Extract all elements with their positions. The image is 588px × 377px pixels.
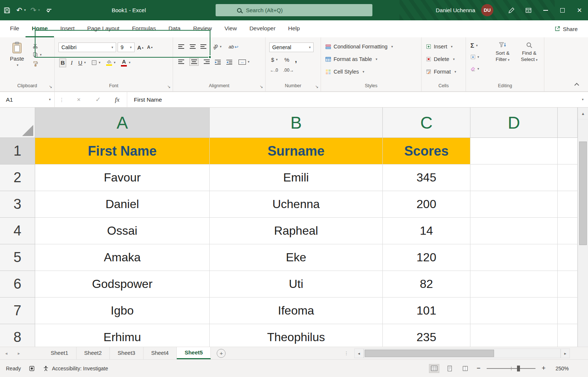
cell-D1[interactable]: [470, 138, 558, 164]
new-sheet-button[interactable]: +: [217, 349, 226, 358]
cell-B4[interactable]: Rapheal: [210, 218, 383, 244]
cell-B1[interactable]: Surname: [210, 138, 383, 164]
copy-button[interactable]: ▾: [33, 52, 42, 58]
cell-D6[interactable]: [470, 271, 558, 298]
vertical-scrollbar-thumb[interactable]: [579, 142, 587, 245]
customize-quick-access-toolbar-button[interactable]: [42, 3, 56, 17]
vertical-scrollbar[interactable]: ▴: [578, 108, 588, 347]
orientation-button[interactable]: ab▾: [212, 43, 223, 50]
insert-cells-button[interactable]: Insert▾: [426, 42, 453, 51]
font-name-select[interactable]: Calibri▾: [58, 43, 116, 52]
ribbon-display-options-button[interactable]: [520, 0, 537, 20]
paste-button[interactable]: Paste ▾: [6, 42, 28, 67]
cell-B8[interactable]: Theophilus: [210, 324, 383, 347]
hscroll-left-button[interactable]: ◂: [354, 349, 364, 358]
cell-A2[interactable]: Favour: [35, 164, 210, 191]
cell-D8[interactable]: [470, 324, 558, 347]
page-break-preview-button[interactable]: [460, 364, 470, 373]
horizontal-scrollbar[interactable]: [364, 349, 561, 358]
cell-A1[interactable]: First Name: [35, 138, 210, 164]
undo-button[interactable]: ↶▾: [14, 3, 28, 17]
format-cells-button[interactable]: Format▾: [426, 67, 456, 77]
bold-button[interactable]: B: [59, 58, 66, 67]
cell-A8[interactable]: Erhimu: [35, 324, 210, 347]
cell[interactable]: [558, 218, 578, 244]
inking-button[interactable]: [503, 0, 520, 20]
cell[interactable]: [558, 244, 578, 271]
cell-A4[interactable]: Ossai: [35, 218, 210, 244]
tab-file[interactable]: File: [4, 20, 26, 37]
sheet-tab-sheet3[interactable]: Sheet3: [110, 347, 143, 359]
align-top-icon[interactable]: [178, 44, 185, 49]
clear-button[interactable]: ▾: [470, 66, 479, 71]
font-dialog-launcher[interactable]: ↘: [167, 85, 170, 89]
borders-button[interactable]: ▾: [90, 59, 102, 66]
cell-styles-button[interactable]: Cell Styles▾: [325, 67, 364, 77]
cell[interactable]: [558, 324, 578, 347]
cell-D7[interactable]: [470, 298, 558, 324]
row-header-2[interactable]: 2: [0, 164, 35, 191]
cell-B7[interactable]: Ifeoma: [210, 298, 383, 324]
merge-center-button[interactable]: ↔▾: [237, 59, 251, 65]
search-box[interactable]: Search (Alt+Q): [216, 4, 372, 16]
sheet-nav-right-button[interactable]: ▸: [13, 347, 25, 359]
cell-C7[interactable]: 101: [383, 298, 470, 324]
sort-filter-button[interactable]: Sort & Filter▾: [490, 42, 515, 63]
tab-review[interactable]: Review: [187, 20, 218, 37]
zoom-level[interactable]: 250%: [552, 366, 569, 371]
save-button[interactable]: [0, 3, 14, 17]
avatar[interactable]: DU: [481, 4, 493, 16]
cell[interactable]: [558, 271, 578, 298]
zoom-slider[interactable]: [487, 368, 535, 369]
cell-C8[interactable]: 235: [383, 324, 470, 347]
underline-button[interactable]: U▾: [77, 59, 87, 67]
decrease-font-size-button[interactable]: A▾: [146, 44, 154, 50]
hscroll-right-button[interactable]: ▸: [561, 349, 570, 358]
cell[interactable]: [558, 298, 578, 324]
sheet-tab-sheet4[interactable]: Sheet4: [143, 347, 177, 359]
delete-cells-button[interactable]: Delete▾: [426, 54, 454, 64]
percent-style-button[interactable]: %: [284, 57, 289, 63]
select-all-corner[interactable]: [0, 108, 35, 138]
accessibility-status[interactable]: Accessibility: Investigate: [43, 366, 108, 371]
wrap-text-button[interactable]: ab↩: [227, 43, 240, 50]
cell-C1[interactable]: Scores: [383, 138, 470, 164]
tab-developer[interactable]: Developer: [243, 20, 282, 37]
row-header-4[interactable]: 4: [0, 218, 35, 244]
increase-font-size-button[interactable]: A▴: [136, 44, 145, 51]
row-header-7[interactable]: 7: [0, 298, 35, 324]
decrease-indent-icon[interactable]: [214, 60, 221, 65]
row-header-1[interactable]: 1: [0, 138, 35, 164]
cell-D5[interactable]: [470, 244, 558, 271]
col-header-A[interactable]: A: [35, 108, 210, 138]
align-bottom-icon[interactable]: [200, 44, 207, 49]
italic-button[interactable]: I: [70, 59, 74, 67]
expand-formula-bar-icon[interactable]: ▾: [582, 98, 584, 101]
alignment-dialog-launcher[interactable]: ↘: [260, 85, 263, 89]
col-header-C[interactable]: C: [383, 108, 470, 138]
increase-decimal-button[interactable]: ←.0: [270, 68, 278, 73]
cell-B2[interactable]: Emili: [210, 164, 383, 191]
cell-C3[interactable]: 200: [383, 191, 470, 218]
scroll-up-button[interactable]: ▴: [578, 108, 588, 119]
cell-C2[interactable]: 345: [383, 164, 470, 191]
cancel-button[interactable]: ×: [69, 96, 88, 103]
cell-A5[interactable]: Amaka: [35, 244, 210, 271]
record-macro-button[interactable]: [29, 366, 35, 371]
cell-A6[interactable]: Godspower: [35, 271, 210, 298]
tab-page-layout[interactable]: Page Layout: [81, 20, 126, 37]
increase-indent-icon[interactable]: [226, 60, 233, 65]
sheet-tab-sheet5[interactable]: Sheet5: [177, 347, 211, 359]
cell[interactable]: [558, 191, 578, 218]
cell-A3[interactable]: Daniel: [35, 191, 210, 218]
align-left-icon[interactable]: [178, 60, 185, 64]
clipboard-dialog-launcher[interactable]: ↘: [49, 85, 52, 89]
sheet-tab-sheet2[interactable]: Sheet2: [77, 347, 110, 359]
zoom-in-button[interactable]: +: [541, 364, 547, 372]
sheet-nav-left-button[interactable]: ◂: [0, 347, 13, 359]
insert-function-button[interactable]: fx: [108, 96, 127, 103]
tab-help[interactable]: Help: [282, 20, 306, 37]
formula-bar-splitter[interactable]: ⋮: [55, 97, 69, 103]
conditional-formatting-button[interactable]: Conditional Formatting▾: [325, 42, 393, 51]
comma-style-button[interactable]: ,: [295, 57, 297, 62]
